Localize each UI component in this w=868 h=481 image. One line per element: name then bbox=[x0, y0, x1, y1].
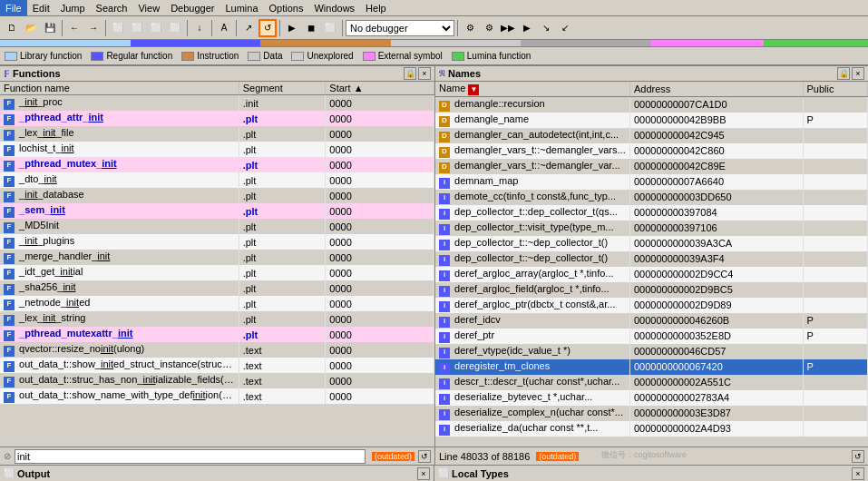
name-cell: i deref_argloc_array(argloc_t *,tinfo... bbox=[435, 267, 629, 282]
table-row[interactable]: i deregister_tm_clones 0000000000067420 … bbox=[435, 359, 868, 375]
refresh-button[interactable]: ↺ bbox=[258, 19, 277, 37]
table-row[interactable]: F _merge_handler_init .plt 0000 bbox=[0, 250, 434, 265]
output-close-btn[interactable]: × bbox=[417, 467, 430, 480]
menu-debugger[interactable]: Debugger bbox=[165, 0, 219, 16]
tb-icon1[interactable]: ▶ bbox=[283, 19, 301, 37]
new-button[interactable]: 🗋 bbox=[3, 19, 21, 37]
table-row[interactable]: i deref_vtype(idc_value_t *) 00000000004… bbox=[435, 344, 868, 359]
search-input[interactable] bbox=[15, 449, 366, 464]
table-row[interactable]: F qvector::resize_noinit(ulong) .text 00… bbox=[0, 342, 434, 358]
table-row[interactable]: F _idt_get_initial .plt 0000 bbox=[0, 265, 434, 280]
menu-help[interactable]: Help bbox=[360, 0, 392, 16]
table-row[interactable]: F _init_database .plt 0000 bbox=[0, 188, 434, 203]
outdated-badge-right: (outdated) bbox=[536, 452, 579, 461]
table-row[interactable]: D demangler_vars_t::~demangler_var... 00… bbox=[435, 159, 868, 174]
table-row[interactable]: F lochist_t_init .plt 0000 bbox=[0, 142, 434, 157]
table-row[interactable]: F _lex_init_string .plt 0000 bbox=[0, 311, 434, 327]
table-row[interactable]: i deserialize_bytevec_t *,uchar... 00000… bbox=[435, 390, 868, 406]
menu-lumina[interactable]: Lumina bbox=[219, 0, 263, 16]
names-close-btn[interactable]: × bbox=[852, 67, 864, 80]
fn-name-cell: F out_data_t::struc_has_non_initializabl… bbox=[0, 373, 239, 388]
table-row[interactable]: i deserialize_complex_n(uchar const*... … bbox=[435, 406, 868, 421]
menu-jump[interactable]: Jump bbox=[55, 0, 91, 16]
table-row[interactable]: F _pthread_attr_init .plt 0000 bbox=[0, 111, 434, 126]
table-row[interactable]: F _init_plugins .plt 0000 bbox=[0, 234, 434, 250]
copy1-button[interactable]: ⬜ bbox=[109, 19, 127, 37]
table-row[interactable]: i demote_cc(tinfo_t const&,func_typ... 0… bbox=[435, 190, 868, 205]
table-row[interactable]: F out_data_t::show_name_with_type_defini… bbox=[0, 388, 434, 404]
fn-icon: F bbox=[4, 330, 15, 341]
table-row[interactable]: i deref_argloc_ptr(dbctx_t const&,ar... … bbox=[435, 298, 868, 313]
table-row[interactable]: F _dto_init .plt 0000 bbox=[0, 172, 434, 188]
table-row[interactable]: i dep_collector_t::visit_type(type_m... … bbox=[435, 221, 868, 236]
table-row[interactable]: D demangle_name 000000000042B9BB P bbox=[435, 113, 868, 128]
menu-windows[interactable]: Windows bbox=[308, 0, 360, 16]
table-row[interactable]: i dep_collector_t::~dep_collector_t() 00… bbox=[435, 236, 868, 251]
tb-icon2[interactable]: ◼ bbox=[302, 19, 320, 37]
functions-table-scroll[interactable]: Function name Segment Start ▲ F _init_pr… bbox=[0, 82, 434, 447]
public-cell bbox=[803, 159, 867, 174]
down-button[interactable]: ↓ bbox=[190, 19, 209, 37]
table-row[interactable]: i demnam_map 00000000007A6640 bbox=[435, 174, 868, 190]
table-row[interactable]: F _netnode_inited .plt 0000 bbox=[0, 296, 434, 311]
forward-button[interactable]: → bbox=[84, 19, 102, 37]
debug-btn6[interactable]: ↙ bbox=[556, 19, 574, 37]
debug-btn5[interactable]: ↘ bbox=[537, 19, 555, 37]
debug-btn3[interactable]: ▶▶ bbox=[499, 19, 517, 37]
font-button[interactable]: A bbox=[215, 19, 233, 37]
table-row[interactable]: F out_data_t::struc_has_non_initializabl… bbox=[0, 373, 434, 388]
menu-edit[interactable]: Edit bbox=[27, 0, 55, 16]
copy4-button[interactable]: ⬜ bbox=[166, 19, 184, 37]
table-row[interactable]: F _init_proc .init 0000 bbox=[0, 95, 434, 112]
functions-col-name[interactable]: Function name bbox=[0, 82, 239, 95]
arrow-button[interactable]: ↗ bbox=[239, 19, 258, 37]
names-table-scroll[interactable]: Name ▼ Address Public D demangle::recurs… bbox=[435, 82, 868, 447]
debugger-combo[interactable]: No debugger bbox=[346, 20, 454, 36]
copy2-button[interactable]: ⬜ bbox=[128, 19, 146, 37]
table-row[interactable]: D demangler_vars_t::~demangler_vars... 0… bbox=[435, 143, 868, 159]
tb-icon3[interactable]: ⬜ bbox=[321, 19, 339, 37]
filter-icon[interactable]: ▼ bbox=[468, 84, 479, 95]
refresh-left-btn[interactable]: ↺ bbox=[418, 450, 431, 463]
fn-segment-cell: .plt bbox=[239, 219, 326, 234]
local-types-close-btn[interactable]: × bbox=[852, 467, 864, 480]
menu-options[interactable]: Options bbox=[264, 0, 309, 16]
table-row[interactable]: i deref_argloc_field(argloc_t *,tinfo...… bbox=[435, 282, 868, 298]
names-col-address[interactable]: Address bbox=[629, 82, 803, 96]
table-row[interactable]: i deserialize_da(uchar const **,t... 000… bbox=[435, 421, 868, 437]
debug-btn1[interactable]: ⚙ bbox=[461, 19, 479, 37]
table-row[interactable]: D demangle::recursion 00000000007CA1D0 bbox=[435, 96, 868, 113]
table-row[interactable]: F _MD5Init .plt 0000 bbox=[0, 219, 434, 234]
save-button[interactable]: 💾 bbox=[41, 19, 59, 37]
functions-col-segment[interactable]: Segment bbox=[239, 82, 326, 95]
fn-name-cell: F _init_proc bbox=[0, 95, 239, 112]
table-row[interactable]: i dep_collector_t::~dep_collector_t() 00… bbox=[435, 251, 868, 267]
table-row[interactable]: F _sha256_init .plt 0000 bbox=[0, 280, 434, 296]
table-row[interactable]: i deref_argloc_array(argloc_t *,tinfo...… bbox=[435, 267, 868, 282]
table-row[interactable]: i deref_ptr 00000000000352E8D P bbox=[435, 329, 868, 344]
table-row[interactable]: D demangler_can_autodetect(int,int,c... … bbox=[435, 128, 868, 143]
functions-close-btn[interactable]: × bbox=[418, 67, 431, 80]
menu-file[interactable]: File bbox=[0, 0, 27, 16]
table-row[interactable]: F _pthread_mutexattr_init .plt 0000 bbox=[0, 327, 434, 342]
menu-view[interactable]: View bbox=[132, 0, 165, 16]
table-row[interactable]: i descr_t::descr_t(uchar const*,uchar...… bbox=[435, 375, 868, 390]
table-row[interactable]: F out_data_t::show_inited_struct_instanc… bbox=[0, 358, 434, 373]
menu-search[interactable]: Search bbox=[91, 0, 133, 16]
names-col-public[interactable]: Public bbox=[803, 82, 867, 96]
functions-lock-btn[interactable]: 🔒 bbox=[404, 67, 416, 80]
functions-col-start[interactable]: Start ▲ bbox=[326, 82, 434, 95]
table-row[interactable]: F _lex_init_file .plt 0000 bbox=[0, 126, 434, 142]
debug-btn4[interactable]: ▶ bbox=[518, 19, 536, 37]
refresh-right-btn[interactable]: ↺ bbox=[852, 450, 864, 463]
table-row[interactable]: i deref_idcv 0000000000046260B P bbox=[435, 313, 868, 329]
back-button[interactable]: ← bbox=[65, 19, 83, 37]
table-row[interactable]: i dep_collector_t::dep_collector_t(qs...… bbox=[435, 205, 868, 221]
table-row[interactable]: F _pthread_mutex_init .plt 0000 bbox=[0, 157, 434, 172]
copy3-button[interactable]: ⬜ bbox=[147, 19, 165, 37]
names-lock-btn[interactable]: 🔒 bbox=[837, 67, 850, 80]
names-col-name[interactable]: Name ▼ bbox=[435, 82, 629, 96]
table-row[interactable]: F _sem_init .plt 0000 bbox=[0, 203, 434, 219]
open-button[interactable]: 📂 bbox=[22, 19, 40, 37]
debug-btn2[interactable]: ⚙ bbox=[480, 19, 498, 37]
